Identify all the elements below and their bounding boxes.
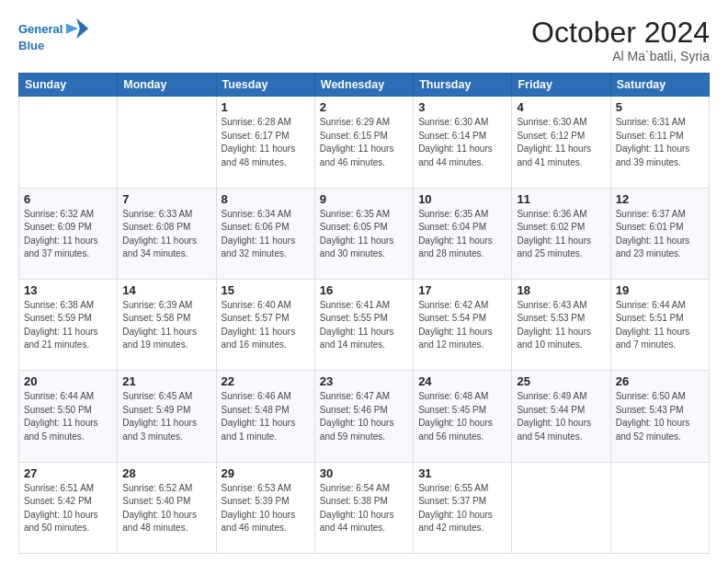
day-info: Sunrise: 6:39 AM Sunset: 5:58 PM Dayligh… — [122, 299, 210, 352]
calendar-cell: 24Sunrise: 6:48 AM Sunset: 5:45 PM Dayli… — [414, 371, 512, 462]
day-info: Sunrise: 6:29 AM Sunset: 6:15 PM Dayligh… — [320, 116, 408, 169]
day-info: Sunrise: 6:35 AM Sunset: 6:04 PM Dayligh… — [418, 208, 506, 261]
weekday-header-friday: Friday — [512, 74, 610, 97]
day-number: 3 — [418, 100, 506, 114]
calendar-cell — [512, 462, 610, 553]
calendar-week-3: 13Sunrise: 6:38 AM Sunset: 5:59 PM Dayli… — [19, 279, 710, 370]
weekday-header-monday: Monday — [118, 74, 216, 97]
day-info: Sunrise: 6:34 AM Sunset: 6:06 PM Dayligh… — [222, 208, 310, 261]
day-info: Sunrise: 6:33 AM Sunset: 6:08 PM Dayligh… — [122, 208, 210, 261]
day-number: 22 — [222, 374, 310, 388]
day-number: 15 — [222, 283, 310, 297]
day-number: 19 — [616, 283, 704, 297]
day-info: Sunrise: 6:36 AM Sunset: 6:02 PM Dayligh… — [517, 208, 605, 261]
day-info: Sunrise: 6:47 AM Sunset: 5:46 PM Dayligh… — [320, 390, 408, 443]
calendar-cell: 22Sunrise: 6:46 AM Sunset: 5:48 PM Dayli… — [216, 371, 314, 462]
day-info: Sunrise: 6:42 AM Sunset: 5:54 PM Dayligh… — [418, 299, 506, 352]
day-number: 30 — [320, 466, 408, 480]
day-number: 20 — [24, 374, 112, 388]
calendar-cell: 20Sunrise: 6:44 AM Sunset: 5:50 PM Dayli… — [19, 371, 118, 462]
day-number: 10 — [418, 192, 506, 206]
day-number: 28 — [122, 466, 210, 480]
day-info: Sunrise: 6:48 AM Sunset: 5:45 PM Dayligh… — [418, 390, 506, 443]
day-number: 2 — [320, 100, 408, 114]
day-number: 26 — [616, 374, 704, 388]
day-number: 14 — [122, 283, 210, 297]
calendar-week-5: 27Sunrise: 6:51 AM Sunset: 5:42 PM Dayli… — [19, 462, 710, 553]
calendar-cell: 6Sunrise: 6:32 AM Sunset: 6:09 PM Daylig… — [19, 188, 118, 279]
day-info: Sunrise: 6:40 AM Sunset: 5:57 PM Dayligh… — [222, 299, 310, 352]
day-number: 7 — [122, 192, 210, 206]
calendar-cell: 10Sunrise: 6:35 AM Sunset: 6:04 PM Dayli… — [414, 188, 512, 279]
day-number: 27 — [24, 466, 112, 480]
title-block: October 2024 Al Ma`batli, Syria — [531, 17, 710, 63]
day-number: 6 — [24, 192, 112, 206]
calendar-cell: 13Sunrise: 6:38 AM Sunset: 5:59 PM Dayli… — [19, 279, 118, 370]
day-number: 5 — [616, 100, 704, 114]
day-info: Sunrise: 6:43 AM Sunset: 5:53 PM Dayligh… — [517, 299, 605, 352]
day-info: Sunrise: 6:28 AM Sunset: 6:17 PM Dayligh… — [222, 116, 310, 169]
calendar-cell: 25Sunrise: 6:49 AM Sunset: 5:44 PM Dayli… — [512, 371, 610, 462]
calendar-cell: 9Sunrise: 6:35 AM Sunset: 6:05 PM Daylig… — [314, 188, 413, 279]
calendar-cell: 26Sunrise: 6:50 AM Sunset: 5:43 PM Dayli… — [610, 371, 709, 462]
logo-text: General — [18, 22, 63, 37]
day-info: Sunrise: 6:44 AM Sunset: 5:51 PM Dayligh… — [616, 299, 704, 352]
day-number: 11 — [517, 192, 605, 206]
calendar-cell: 5Sunrise: 6:31 AM Sunset: 6:11 PM Daylig… — [610, 97, 709, 188]
weekday-header-saturday: Saturday — [610, 74, 709, 97]
calendar-table: SundayMondayTuesdayWednesdayThursdayFrid… — [18, 73, 710, 554]
day-info: Sunrise: 6:50 AM Sunset: 5:43 PM Dayligh… — [616, 390, 704, 443]
day-info: Sunrise: 6:44 AM Sunset: 5:50 PM Dayligh… — [24, 390, 112, 443]
day-number: 23 — [320, 374, 408, 388]
day-info: Sunrise: 6:55 AM Sunset: 5:37 PM Dayligh… — [418, 482, 506, 535]
day-info: Sunrise: 6:51 AM Sunset: 5:42 PM Dayligh… — [24, 482, 112, 535]
calendar-cell: 8Sunrise: 6:34 AM Sunset: 6:06 PM Daylig… — [216, 188, 314, 279]
calendar-cell: 27Sunrise: 6:51 AM Sunset: 5:42 PM Dayli… — [19, 462, 118, 553]
weekday-header-row: SundayMondayTuesdayWednesdayThursdayFrid… — [19, 74, 710, 97]
day-info: Sunrise: 6:30 AM Sunset: 6:12 PM Dayligh… — [517, 116, 605, 169]
calendar-cell — [610, 462, 709, 553]
calendar-cell: 11Sunrise: 6:36 AM Sunset: 6:02 PM Dayli… — [512, 188, 610, 279]
day-info: Sunrise: 6:53 AM Sunset: 5:39 PM Dayligh… — [222, 482, 310, 535]
calendar-cell: 7Sunrise: 6:33 AM Sunset: 6:08 PM Daylig… — [118, 188, 216, 279]
calendar-cell: 3Sunrise: 6:30 AM Sunset: 6:14 PM Daylig… — [414, 97, 512, 188]
weekday-header-wednesday: Wednesday — [314, 74, 413, 97]
calendar-cell: 21Sunrise: 6:45 AM Sunset: 5:49 PM Dayli… — [118, 371, 216, 462]
logo: General Blue — [18, 17, 90, 53]
calendar-cell — [19, 97, 118, 188]
day-number: 8 — [222, 192, 310, 206]
day-number: 18 — [517, 283, 605, 297]
calendar-cell: 19Sunrise: 6:44 AM Sunset: 5:51 PM Dayli… — [610, 279, 709, 370]
day-number: 9 — [320, 192, 408, 206]
calendar-cell: 16Sunrise: 6:41 AM Sunset: 5:55 PM Dayli… — [314, 279, 413, 370]
calendar-cell: 2Sunrise: 6:29 AM Sunset: 6:15 PM Daylig… — [314, 97, 413, 188]
calendar-cell — [118, 97, 216, 188]
day-info: Sunrise: 6:49 AM Sunset: 5:44 PM Dayligh… — [517, 390, 605, 443]
day-number: 17 — [418, 283, 506, 297]
calendar-cell: 12Sunrise: 6:37 AM Sunset: 6:01 PM Dayli… — [610, 188, 709, 279]
day-info: Sunrise: 6:41 AM Sunset: 5:55 PM Dayligh… — [320, 299, 408, 352]
day-number: 12 — [616, 192, 704, 206]
day-number: 4 — [517, 100, 605, 114]
calendar-cell: 17Sunrise: 6:42 AM Sunset: 5:54 PM Dayli… — [414, 279, 512, 370]
day-info: Sunrise: 6:35 AM Sunset: 6:05 PM Dayligh… — [320, 208, 408, 261]
day-info: Sunrise: 6:37 AM Sunset: 6:01 PM Dayligh… — [616, 208, 704, 261]
calendar-cell: 14Sunrise: 6:39 AM Sunset: 5:58 PM Dayli… — [118, 279, 216, 370]
day-number: 25 — [517, 374, 605, 388]
day-info: Sunrise: 6:45 AM Sunset: 5:49 PM Dayligh… — [122, 390, 210, 443]
calendar-cell: 31Sunrise: 6:55 AM Sunset: 5:37 PM Dayli… — [414, 462, 512, 553]
calendar-cell: 28Sunrise: 6:52 AM Sunset: 5:40 PM Dayli… — [118, 462, 216, 553]
svg-marker-0 — [76, 18, 88, 39]
svg-marker-1 — [66, 23, 78, 33]
calendar-cell: 15Sunrise: 6:40 AM Sunset: 5:57 PM Dayli… — [216, 279, 314, 370]
logo-text-blue: Blue — [18, 39, 44, 53]
weekday-header-thursday: Thursday — [414, 74, 512, 97]
day-number: 29 — [222, 466, 310, 480]
calendar-cell: 23Sunrise: 6:47 AM Sunset: 5:46 PM Dayli… — [314, 371, 413, 462]
calendar-week-2: 6Sunrise: 6:32 AM Sunset: 6:09 PM Daylig… — [19, 188, 710, 279]
day-info: Sunrise: 6:38 AM Sunset: 5:59 PM Dayligh… — [24, 299, 112, 352]
header: General Blue October 2024 Al Ma`batli, S… — [18, 17, 710, 63]
day-number: 16 — [320, 283, 408, 297]
day-info: Sunrise: 6:30 AM Sunset: 6:14 PM Dayligh… — [418, 116, 506, 169]
calendar-cell: 1Sunrise: 6:28 AM Sunset: 6:17 PM Daylig… — [216, 97, 314, 188]
